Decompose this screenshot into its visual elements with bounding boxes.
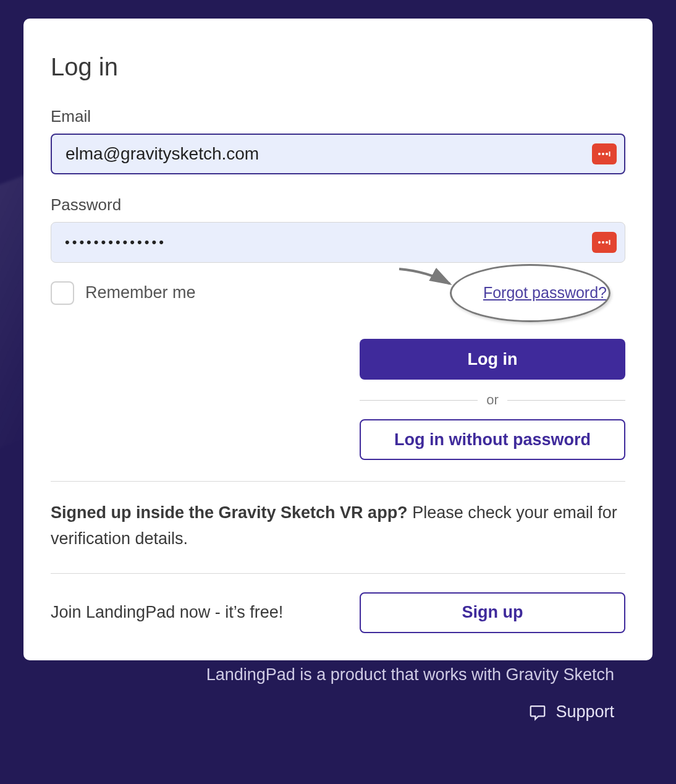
- svg-point-6: [606, 241, 608, 244]
- signup-button[interactable]: Sign up: [360, 592, 625, 633]
- forgot-password-wrap: Forgot password?: [465, 274, 625, 312]
- divider-line: [507, 400, 625, 401]
- signup-row: Join LandingPad now - it’s free! Sign up: [51, 592, 625, 633]
- forgot-password-link[interactable]: Forgot password?: [483, 284, 607, 301]
- remember-me-label: Remember me: [85, 283, 196, 302]
- svg-point-2: [606, 153, 608, 155]
- password-manager-icon[interactable]: [592, 143, 617, 164]
- login-without-password-button[interactable]: Log in without password: [360, 419, 625, 460]
- chat-icon: [528, 703, 547, 722]
- section-divider: [51, 481, 625, 482]
- password-input-wrap: [51, 222, 625, 263]
- vr-signup-notice: Signed up inside the Gravity Sketch VR a…: [51, 500, 625, 552]
- password-manager-icon[interactable]: [592, 232, 617, 253]
- svg-rect-7: [609, 240, 611, 245]
- or-text: or: [486, 392, 499, 408]
- or-divider: or: [360, 392, 625, 408]
- email-input[interactable]: [51, 134, 625, 174]
- password-label: Password: [51, 195, 625, 215]
- login-button[interactable]: Log in: [360, 339, 625, 380]
- email-label: Email: [51, 107, 625, 126]
- annotation-arrow-icon: [397, 265, 456, 296]
- password-input[interactable]: [51, 222, 625, 263]
- actions-column: Log in or Log in without password: [360, 339, 625, 460]
- signup-prompt: Join LandingPad now - it’s free!: [51, 603, 283, 622]
- footer-tagline: LandingPad is a product that works with …: [206, 665, 614, 684]
- actions-area: Log in or Log in without password: [51, 339, 625, 460]
- svg-point-5: [602, 241, 604, 244]
- support-label: Support: [556, 702, 614, 722]
- email-input-wrap: [51, 134, 625, 174]
- section-divider: [51, 573, 625, 574]
- page-title: Log in: [51, 53, 625, 81]
- svg-rect-3: [609, 151, 611, 156]
- remember-group: Remember me: [51, 281, 196, 305]
- svg-point-4: [598, 241, 601, 244]
- login-card: Log in Email Password Remember: [23, 19, 653, 660]
- support-button[interactable]: Support: [528, 702, 614, 722]
- remember-me-checkbox[interactable]: [51, 281, 74, 305]
- divider-line: [360, 400, 478, 401]
- vr-notice-bold: Signed up inside the Gravity Sketch VR a…: [51, 503, 408, 522]
- svg-point-0: [598, 153, 601, 155]
- remember-forgot-row: Remember me Forgot password?: [51, 274, 625, 312]
- svg-point-1: [602, 153, 604, 155]
